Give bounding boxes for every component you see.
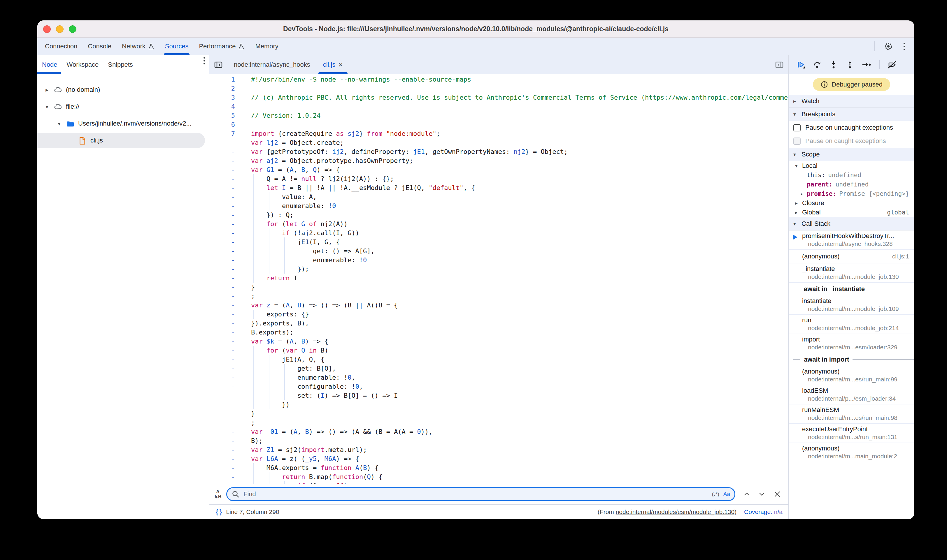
gutter-dash[interactable]: - [209, 364, 243, 373]
call-stack-frame[interactable]: (anonymous)node:internal/m...main_module… [789, 443, 915, 462]
call-stack-frame[interactable]: runnode:internal/m...module_job:214 [789, 315, 915, 334]
navigator-more-icon[interactable] [202, 55, 209, 74]
call-stack-frame[interactable]: (anonymous)node:internal/m...es/run_main… [789, 366, 915, 385]
scope-group-global[interactable]: ▸Globalglobal [789, 208, 915, 217]
show-debugger-panel-icon[interactable] [770, 55, 788, 74]
gutter-dash[interactable]: - [209, 165, 243, 174]
gutter-dash[interactable]: - [209, 138, 243, 147]
call-stack-frame-current[interactable]: promiseInitHookWithDestroyTr...node:inte… [789, 231, 915, 250]
chevron-down-icon[interactable]: ▾ [42, 103, 52, 110]
gutter-dash[interactable]: - [209, 427, 243, 436]
gutter-dash[interactable]: - [209, 255, 243, 265]
step-over-icon[interactable] [813, 60, 822, 69]
gutter-dash[interactable]: - [209, 183, 243, 192]
replace-toggle-icon[interactable]: A↳B [209, 489, 226, 499]
gutter-dash[interactable]: - [209, 310, 243, 319]
coverage-link[interactable]: Coverage: n/a [744, 508, 782, 515]
gutter-dash[interactable]: - [209, 472, 243, 482]
gutter-dash[interactable]: - [209, 283, 243, 292]
gutter-line-number[interactable]: 6 [209, 120, 243, 129]
gutter-dash[interactable]: - [209, 346, 243, 355]
call-stack-section-header[interactable]: ▾ Call Stack [789, 217, 915, 231]
gutter-dash[interactable]: - [209, 463, 243, 472]
navigator-tab-node[interactable]: Node [37, 55, 62, 74]
step-into-icon[interactable] [829, 60, 838, 69]
gutter-dash[interactable]: - [209, 228, 243, 237]
source-editor[interactable]: 1#!/usr/bin/env -S node --no-warnings --… [209, 74, 788, 484]
gutter-dash[interactable]: - [209, 210, 243, 219]
hide-navigator-icon[interactable] [209, 55, 227, 74]
gutter-line-number[interactable]: 7 [209, 129, 243, 138]
tree-item--no-domain-[interactable]: ▸(no domain) [37, 81, 209, 98]
gutter-dash[interactable]: - [209, 237, 243, 246]
tab-memory[interactable]: Memory [250, 38, 284, 55]
gutter-line-number[interactable]: 5 [209, 111, 243, 120]
gutter-dash[interactable]: - [209, 409, 243, 418]
scope-property-this[interactable]: this:undefined [789, 171, 915, 180]
checkbox-unchecked[interactable] [793, 124, 800, 131]
gutter-dash[interactable]: - [209, 301, 243, 310]
find-previous-icon[interactable] [743, 490, 751, 498]
resume-script-icon[interactable] [796, 60, 805, 69]
more-options-icon[interactable] [902, 41, 907, 52]
gutter-dash[interactable]: - [209, 454, 243, 463]
gutter-dash[interactable]: - [209, 156, 243, 165]
gutter-dash[interactable]: - [209, 174, 243, 183]
gutter-dash[interactable]: - [209, 391, 243, 400]
gutter-dash[interactable]: - [209, 337, 243, 346]
gutter-dash[interactable]: - [209, 265, 243, 274]
chevron-right-icon[interactable]: ▸ [42, 86, 52, 93]
gutter-dash[interactable]: - [209, 436, 243, 445]
scope-section-header[interactable]: ▾ Scope [789, 148, 915, 161]
regex-toggle-icon[interactable]: (.*) [712, 491, 719, 497]
call-stack-frame[interactable]: loadESMnode:internal/p.../esm_loader:34 [789, 385, 915, 405]
scope-property-parent[interactable]: parent:undefined [789, 180, 915, 189]
call-stack-frame[interactable]: instantiatenode:internal/m...module_job:… [789, 295, 915, 315]
tab-console[interactable]: Console [83, 38, 117, 55]
call-stack-frame[interactable]: executeUserEntryPointnode:internal/m...s… [789, 424, 915, 443]
gutter-line-number[interactable]: 2 [209, 84, 243, 93]
gutter-line-number[interactable]: 1 [209, 75, 243, 84]
gutter-dash[interactable]: - [209, 192, 243, 202]
tree-item-cli-js[interactable]: cli.js [37, 132, 209, 149]
gutter-dash[interactable]: - [209, 328, 243, 337]
call-stack-frame[interactable]: importnode:internal/m...esm/loader:329 [789, 334, 915, 353]
gutter-dash[interactable]: - [209, 400, 243, 409]
step-out-icon[interactable] [845, 60, 854, 69]
tab-connection[interactable]: Connection [40, 38, 83, 55]
call-stack-frame[interactable]: runMainESMnode:internal/m...es/run_main:… [789, 405, 915, 424]
scope-group-closure[interactable]: ▸Closure [789, 198, 915, 208]
gutter-line-number[interactable]: 4 [209, 102, 243, 111]
match-case-toggle-icon[interactable]: Aa [723, 491, 730, 497]
find-input[interactable] [226, 487, 735, 501]
tab-performance[interactable]: Performance [194, 38, 250, 55]
gutter-dash[interactable]: - [209, 382, 243, 391]
navigator-tab-snippets[interactable]: Snippets [103, 55, 137, 74]
gutter-dash[interactable]: - [209, 147, 243, 156]
gutter-dash[interactable]: - [209, 202, 243, 210]
editor-tab-cli-js[interactable]: cli.js× [317, 55, 349, 74]
gutter-line-number[interactable]: 3 [209, 93, 243, 102]
gutter-dash[interactable]: - [209, 219, 243, 228]
deactivate-breakpoints-icon[interactable] [887, 60, 897, 69]
scope-group-local[interactable]: ▾Local [789, 161, 915, 171]
call-stack-frame[interactable]: (anonymous)cli.js:1 [789, 250, 915, 263]
source-map-link[interactable]: node:internal/modules/esm/module_job:130 [616, 508, 734, 515]
step-icon[interactable] [862, 60, 871, 69]
gutter-dash[interactable]: - [209, 246, 243, 255]
gutter-dash[interactable]: - [209, 292, 243, 301]
watch-section-header[interactable]: ▸ Watch [789, 95, 915, 108]
pretty-print-icon[interactable]: { } [209, 508, 226, 516]
tree-item-users-jinhuilee-nvm-versions-node-v2-[interactable]: ▾Users/jinhuilee/.nvm/versions/node/v2..… [37, 115, 209, 132]
call-stack-frame[interactable]: _instantiatenode:internal/m...module_job… [789, 263, 915, 283]
gutter-dash[interactable]: - [209, 274, 243, 283]
gutter-dash[interactable]: - [209, 373, 243, 382]
close-find-icon[interactable] [773, 490, 781, 498]
navigator-tab-workspace[interactable]: Workspace [62, 55, 103, 74]
tab-sources[interactable]: Sources [160, 38, 194, 55]
gutter-dash[interactable]: - [209, 319, 243, 328]
gutter-dash[interactable]: - [209, 482, 243, 484]
chevron-down-icon[interactable]: ▾ [54, 120, 64, 127]
breakpoints-section-header[interactable]: ▾ Breakpoints [789, 108, 915, 121]
tree-item-file-[interactable]: ▾file:// [37, 98, 209, 115]
